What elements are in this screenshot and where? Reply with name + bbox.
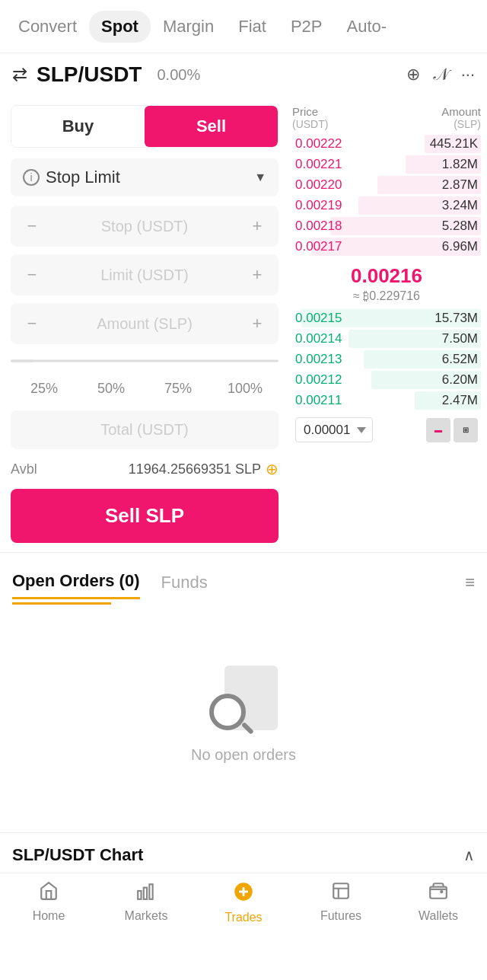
buy-sell-tabs: Buy Sell xyxy=(11,105,279,148)
nav-margin[interactable]: Margin xyxy=(151,11,226,43)
percent-buttons: 25% 50% 75% 100% xyxy=(11,376,279,401)
svg-rect-2 xyxy=(149,884,152,899)
amount-minus-button[interactable]: − xyxy=(23,314,41,334)
stop-input[interactable]: Stop (USDT) xyxy=(47,218,242,235)
sell-order-row: 0.00217 6.96M xyxy=(292,238,481,256)
buy-order-row: 0.00213 6.52M xyxy=(292,350,481,369)
trades-icon xyxy=(233,881,254,908)
pair-header: ⇄ SLP/USDT 0.00% ⊕ 𝒩 ··· xyxy=(0,53,487,96)
amount-plus-button[interactable]: + xyxy=(248,314,266,334)
sell-order-row: 0.00218 5.28M xyxy=(292,217,481,235)
mid-price-btc: ≈ ₿0.229716 xyxy=(292,289,481,303)
percent-50-button[interactable]: 50% xyxy=(78,376,145,401)
sell-order-row: 0.00222 445.21K xyxy=(292,135,481,153)
limit-plus-button[interactable]: + xyxy=(248,265,266,285)
nav-fiat[interactable]: Fiat xyxy=(226,11,279,43)
wallets-icon xyxy=(428,881,448,906)
chart-settings-icon[interactable]: ⊕ xyxy=(406,65,420,85)
trades-label: Trades xyxy=(224,911,262,924)
stop-plus-button[interactable]: + xyxy=(248,216,266,236)
futures-label: Futures xyxy=(320,909,361,923)
stop-minus-button[interactable]: − xyxy=(23,216,41,236)
mid-price-section: 0.00216 ≈ ₿0.229716 xyxy=(292,258,481,309)
chart-section: SLP/USDT Chart ∧ xyxy=(0,832,487,873)
bottom-navigation: Home Markets Trades Futures Wallets xyxy=(0,873,487,935)
total-input-row[interactable]: Total (USDT) xyxy=(11,410,279,449)
order-book-selector: 0.00001 ▬ ⊞ xyxy=(292,417,481,442)
chart-header: SLP/USDT Chart ∧ xyxy=(12,845,475,865)
bottom-nav-trades[interactable]: Trades xyxy=(195,881,292,924)
buy-orders: 0.00215 15.73M 0.00214 7.50M 0.00213 6.5… xyxy=(292,309,481,410)
home-label: Home xyxy=(33,909,65,923)
orders-tab-bar: Open Orders (0) Funds ≡ xyxy=(12,565,475,599)
empty-orders-state: No open orders xyxy=(12,635,475,802)
futures-icon xyxy=(331,881,351,906)
home-icon xyxy=(39,881,59,906)
bottom-nav-futures[interactable]: Futures xyxy=(292,881,390,924)
chart-collapse-icon[interactable]: ∧ xyxy=(463,846,475,864)
mid-price-value: 0.00216 xyxy=(292,264,481,288)
main-area: Buy Sell i Stop Limit ▼ − Stop (USDT) + … xyxy=(0,96,487,552)
info-icon: i xyxy=(23,169,40,186)
orders-section: Open Orders (0) Funds ≡ No open orders xyxy=(0,552,487,802)
nav-convert[interactable]: Convert xyxy=(6,11,89,43)
buy-order-row: 0.00212 6.20M xyxy=(292,371,481,389)
top-navigation: Convert Spot Margin Fiat P2P Auto- xyxy=(0,0,487,53)
chart-title: SLP/USDT Chart xyxy=(12,845,143,865)
buy-order-row: 0.00215 15.73M xyxy=(292,309,481,327)
buy-tab[interactable]: Buy xyxy=(11,106,145,147)
nav-p2p[interactable]: P2P xyxy=(279,11,335,43)
sell-slp-button[interactable]: Sell SLP xyxy=(11,489,279,543)
pair-change: 0.00% xyxy=(157,66,200,84)
open-orders-tab[interactable]: Open Orders (0) xyxy=(12,565,140,599)
order-book-view-grid[interactable]: ⊞ xyxy=(454,418,478,442)
limit-minus-button[interactable]: − xyxy=(23,265,41,285)
svg-rect-0 xyxy=(138,891,141,899)
percent-25-button[interactable]: 25% xyxy=(11,376,78,401)
order-book-view-icons: ▬ ⊞ xyxy=(426,418,478,442)
nav-auto[interactable]: Auto- xyxy=(334,11,399,43)
order-type-label: Stop Limit xyxy=(46,168,248,187)
sell-order-row: 0.00220 2.87M xyxy=(292,176,481,194)
empty-orders-icon xyxy=(209,666,278,734)
order-book-view-both[interactable]: ▬ xyxy=(426,418,450,442)
bottom-nav-home[interactable]: Home xyxy=(0,881,97,924)
sell-orders: 0.00222 445.21K 0.00221 1.82M 0.00220 2.… xyxy=(292,135,481,256)
order-type-selector[interactable]: i Stop Limit ▼ xyxy=(11,158,279,196)
markets-icon xyxy=(136,881,156,906)
pair-action-icons: ⊕ 𝒩 ··· xyxy=(406,65,475,85)
percent-75-button[interactable]: 75% xyxy=(145,376,212,401)
amount-input-row: − Amount (SLP) + xyxy=(11,303,279,344)
nav-spot[interactable]: Spot xyxy=(89,11,151,43)
percent-100-button[interactable]: 100% xyxy=(212,376,279,401)
bottom-nav-markets[interactable]: Markets xyxy=(97,881,195,924)
price-header: Price (USDT) xyxy=(292,105,328,130)
stop-input-row: − Stop (USDT) + xyxy=(11,206,279,247)
sell-tab[interactable]: Sell xyxy=(145,106,278,147)
add-funds-icon[interactable]: ⊕ xyxy=(266,460,279,478)
more-options-icon[interactable]: ··· xyxy=(461,65,475,85)
limit-input[interactable]: Limit (USDT) xyxy=(47,267,242,284)
empty-orders-label: No open orders xyxy=(191,746,296,764)
order-book-panel: Price (USDT) Amount (SLP) 0.00222 445.21… xyxy=(289,105,487,543)
svg-rect-4 xyxy=(333,883,349,899)
avbl-label: Avbl xyxy=(11,461,37,477)
orders-menu-icon[interactable]: ≡ xyxy=(465,573,475,592)
amount-input[interactable]: Amount (SLP) xyxy=(47,315,242,333)
order-book-headers: Price (USDT) Amount (SLP) xyxy=(292,105,481,130)
total-placeholder: Total (USDT) xyxy=(100,421,189,438)
funds-tab[interactable]: Funds xyxy=(161,567,208,599)
available-balance-row: Avbl 11964.25669351 SLP ⊕ xyxy=(11,460,279,478)
bottom-nav-wallets[interactable]: Wallets xyxy=(390,881,487,924)
buy-order-row: 0.00211 2.47M xyxy=(292,391,481,410)
pair-symbol[interactable]: SLP/USDT xyxy=(37,62,142,87)
decimal-selector[interactable]: 0.00001 xyxy=(295,417,373,442)
notification-icon[interactable]: 𝒩 xyxy=(434,65,447,85)
pair-arrows-icon: ⇄ xyxy=(12,64,27,85)
markets-label: Markets xyxy=(125,909,168,923)
sell-order-row: 0.00219 3.24M xyxy=(292,196,481,215)
amount-header: Amount (SLP) xyxy=(441,105,481,130)
buy-order-row: 0.00214 7.50M xyxy=(292,330,481,348)
wallets-label: Wallets xyxy=(419,909,458,923)
avbl-amount: 11964.25669351 SLP xyxy=(129,461,261,477)
